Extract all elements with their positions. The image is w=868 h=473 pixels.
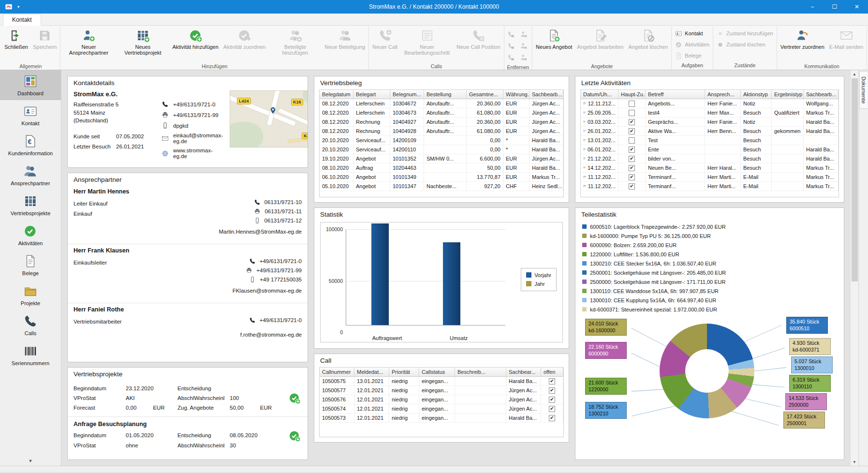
checkbox[interactable]	[629, 174, 635, 180]
kontakt-button[interactable]: Kontakt	[673, 29, 705, 38]
neuer-bearbeitungsschritt-button[interactable]: Neuer Bearbeitungsschritt	[400, 27, 454, 62]
remove-call-button[interactable]	[505, 29, 517, 40]
remove-person-button[interactable]	[518, 29, 530, 40]
tab-dokumente[interactable]: Dokumente	[859, 71, 868, 109]
aktivitaet-hinzufuegen-button[interactable]: Aktivität hinzufügen	[170, 27, 221, 62]
column-header[interactable]: Beschreib...	[455, 368, 506, 376]
column-header[interactable]: offen	[541, 368, 563, 376]
e-mail-senden-button[interactable]: E-Mail senden	[827, 27, 866, 62]
scroll-down-icon[interactable]: ▼	[851, 458, 858, 466]
checkbox[interactable]	[629, 183, 635, 190]
table-row[interactable]: 21.12.202...bilder von...BesuchHarald Ba…	[581, 154, 839, 163]
column-header[interactable]: Sachbear...	[506, 368, 541, 376]
aktivitaeten-button[interactable]: Aktivitäten	[673, 40, 712, 49]
angebot-bearbeiten-button[interactable]: Angebot bearbeiten	[574, 27, 626, 62]
remove-person-button[interactable]	[518, 40, 530, 52]
schliessen-button[interactable]: Schließen	[2, 27, 30, 62]
aktivitaet-zuordnen-button[interactable]: Aktivität zuordnen	[221, 27, 268, 62]
sidebar-item-aktivitaeten[interactable]: Aktivitäten	[0, 220, 61, 250]
column-header[interactable]: Aktionstyp	[741, 90, 772, 99]
table-row[interactable]: 08.12.2020Lieferschein10304672Abrufauftr…	[320, 99, 563, 108]
table-row[interactable]: 08.12.2020Lieferschein10304673Abrufauftr…	[320, 108, 563, 118]
column-header[interactable]: Callstatus	[419, 368, 455, 376]
checkbox[interactable]	[549, 397, 555, 403]
table-row[interactable]: 19.10.2020Angebot10101352SM/HW 0...6.600…	[320, 154, 563, 163]
sidebar-item-ansprechpartner[interactable]: Ansprechpartner	[0, 160, 61, 190]
column-header[interactable]: Sachbearb...	[530, 90, 563, 99]
tab-kontakt[interactable]: Kontakt	[3, 14, 41, 26]
beteiligte-hinzufuegen-button[interactable]: Beteiligte hinzufügen	[268, 27, 322, 62]
column-header[interactable]: Callnummer	[320, 368, 354, 376]
neuer-call-button[interactable]: Neuer Call	[370, 27, 400, 62]
table-row[interactable]: 03.03.202...Gesprächs...Herr Fanie...Not…	[581, 118, 839, 127]
remove-call-button[interactable]	[505, 40, 517, 52]
table-row[interactable]: 1050057312.01.2021niedrigeingegan...Hara…	[320, 414, 563, 423]
column-header[interactable]: Datum/Uh...	[581, 90, 618, 99]
column-header[interactable]: Ergebnistyp	[772, 90, 804, 99]
table-row[interactable]: 26.01.202...Aktive Wa...Herr Benn...Besu…	[581, 127, 839, 136]
column-header[interactable]: Betreff	[646, 90, 705, 99]
table-row[interactable]: 08.12.2020Rechnung10404927Abrufauftr...2…	[320, 118, 563, 127]
belege-button[interactable]: Belege	[673, 51, 704, 60]
column-header[interactable]: Ansprech...	[705, 90, 741, 99]
sidebar-item-seriennummern[interactable]: Seriennummern	[0, 340, 61, 370]
checkbox[interactable]	[549, 415, 555, 421]
checkbox[interactable]	[549, 378, 555, 384]
remove-call-button[interactable]	[505, 52, 517, 63]
close-button[interactable]: ✕	[846, 0, 868, 14]
table-row[interactable]: 1050057513.01.2021niedrigeingegan...Hara…	[320, 377, 563, 386]
column-header[interactable]: Meldedat...	[354, 368, 389, 376]
remove-person-button[interactable]	[518, 52, 530, 63]
column-header[interactable]: Währung...	[503, 90, 530, 99]
vertreter-zuordnen-button[interactable]: Vertreter zuordnen	[778, 27, 827, 62]
sidebar-item-calls[interactable]: Calls	[0, 310, 61, 340]
sidebar-item-dashboard[interactable]: Dashboard	[0, 70, 61, 100]
zustand-hinzufuegen-button[interactable]: Zustand hinzufügen	[714, 29, 776, 38]
quick-access-arrow[interactable]: ▾	[17, 4, 20, 9]
column-header[interactable]: Belegdatum	[320, 90, 353, 99]
checkbox[interactable]	[549, 387, 555, 394]
checkbox[interactable]	[629, 119, 635, 125]
sidebar-item-kundeninformation[interactable]: €Kundeninformation	[0, 130, 61, 160]
checkbox[interactable]	[629, 156, 635, 162]
column-header[interactable]: Priorität	[389, 368, 419, 376]
neue-beteiligung-button[interactable]: Neue Beteiligung	[322, 27, 368, 62]
table-row[interactable]: 08.12.2020Rechnung10404928Abrufauftr...6…	[320, 127, 563, 136]
table-row[interactable]: 14.12.202...Neuen Be...Herr Haral...Besu…	[581, 163, 839, 173]
neue-call-position-button[interactable]: Neue Call Position	[454, 27, 503, 62]
neues-angebot-button[interactable]: Neues Angebot	[533, 27, 574, 62]
checkbox[interactable]	[629, 147, 635, 153]
neuer-ansprechpartner-button[interactable]: Neuer Ansprechpartner	[61, 27, 116, 62]
sidebar-scroll-down-icon[interactable]: ▼	[0, 456, 61, 466]
table-row[interactable]: 05.10.2020Angebot10101347Nachbeste...927…	[320, 182, 563, 191]
checkbox[interactable]	[629, 101, 635, 107]
add-activity-button[interactable]	[288, 429, 301, 442]
table-row[interactable]: 06.10.2020Angebot1010134913.770,87EURMar…	[320, 173, 563, 182]
sidebar-item-kontakt[interactable]: Kontakt	[0, 100, 61, 130]
checkbox[interactable]	[629, 128, 635, 134]
table-row[interactable]: 20.10.2020Serviceauf...142001090,00*Hara…	[320, 136, 563, 145]
maximize-button[interactable]: ☐	[824, 0, 846, 14]
table-row[interactable]: 11.12.202...Terminanf...Herr Marti...E-M…	[581, 173, 839, 182]
column-header[interactable]: Haupt-Zu...	[618, 90, 646, 99]
checkbox[interactable]	[629, 165, 635, 171]
table-row[interactable]: 06.01.202...EnteBesuchHarald Ba...	[581, 145, 839, 154]
table-row[interactable]: 08.10.2020Auftrag1020446350,00EURHarald …	[320, 163, 563, 173]
table-row[interactable]: 1050057612.01.2021niedrigeingegan...Jürg…	[320, 395, 563, 404]
sidebar-item-belege[interactable]: Belege	[0, 250, 61, 280]
zustand-loeschen-button[interactable]: Zustand löschen	[714, 40, 768, 49]
column-header[interactable]: Belegart	[353, 90, 390, 99]
table-row[interactable]: 1050057412.01.2021niedrigeingegan...Jürg…	[320, 404, 563, 414]
add-activity-button[interactable]	[288, 392, 301, 404]
column-header[interactable]: Gesamtne...	[467, 90, 503, 99]
table-row[interactable]: 1050057712.01.2021niedrigeingegan...Jürg…	[320, 386, 563, 395]
scroll-up-icon[interactable]: ▲	[851, 70, 858, 78]
column-header[interactable]: Sachbearb...	[804, 90, 839, 99]
speichern-button[interactable]: Speichern	[30, 27, 59, 62]
vertical-scrollbar[interactable]: ▲ ▼	[850, 70, 858, 466]
checkbox[interactable]	[549, 406, 555, 412]
column-header[interactable]: Belegnum...	[390, 90, 424, 99]
neues-vertriebsprojekt-button[interactable]: Neues Vertriebsprojekt	[116, 27, 170, 62]
angebot-loeschen-button[interactable]: Angebot löschen	[626, 27, 670, 62]
table-row[interactable]: 25.09.205...test4Herr Max...BesuchQualif…	[581, 108, 839, 118]
